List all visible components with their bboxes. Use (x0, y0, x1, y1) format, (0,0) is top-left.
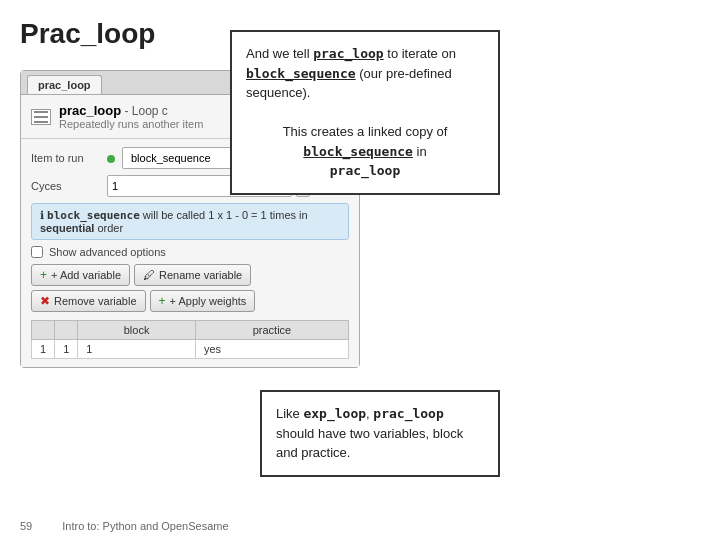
cycles-label: Cyces (31, 180, 101, 192)
green-dot-icon (107, 151, 118, 165)
tooltip1-code1: prac_loop (313, 46, 383, 61)
variables-table: block practice 1 1 1 yes (31, 320, 349, 359)
tooltip-box-1: And we tell prac_loop to iterate on bloc… (230, 30, 500, 195)
cell-practice: yes (195, 340, 348, 359)
footer: 59 Intro to: Python and OpenSesame (20, 520, 229, 532)
col-block: block (78, 321, 196, 340)
tab-prac-loop[interactable]: prac_loop (27, 75, 102, 94)
btn-bar: + + Add variable 🖊 Rename variable ✖ Rem… (31, 264, 349, 312)
row-num2: 1 (55, 340, 78, 359)
info-code: block_sequence (47, 209, 140, 222)
col-practice: practice (195, 321, 348, 340)
remove-icon: ✖ (40, 294, 50, 308)
tooltip1-code4: prac_loop (330, 163, 400, 178)
rename-icon: 🖊 (143, 268, 155, 282)
footer-text: Intro to: Python and OpenSesame (62, 520, 228, 532)
rename-variable-label: Rename variable (159, 269, 242, 281)
tooltip1-line4: This creates a linked copy of (283, 124, 448, 139)
tooltip1-pre: And we tell (246, 46, 313, 61)
panel-header-desc: Repeatedly runs another item (59, 118, 203, 130)
svg-rect-0 (34, 111, 48, 113)
tt2-code2: prac_loop (373, 406, 443, 421)
loop-icon (31, 109, 51, 125)
cell-block: 1 (78, 340, 196, 359)
advanced-checkbox[interactable] (31, 246, 43, 258)
tooltip1-mid: to iterate on (384, 46, 456, 61)
tooltip1-code3: block_sequence (303, 144, 413, 159)
col-rownum1 (32, 321, 55, 340)
advanced-row: Show advanced options (31, 246, 349, 258)
footer-page: 59 (20, 520, 32, 532)
tt2-line3: should have two variables, block and pra… (276, 426, 463, 461)
advanced-label: Show advanced options (49, 246, 166, 258)
info-bar: ℹ block_sequence will be called 1 x 1 - … (31, 203, 349, 240)
info-icon: ℹ (40, 209, 47, 221)
info-bold: sequential (40, 222, 94, 234)
tooltip-box-2: Like exp_loop, prac_loop should have two… (260, 390, 500, 477)
panel-header-title: prac_loop (59, 103, 121, 118)
add-variable-label: + Add variable (51, 269, 121, 281)
panel-header-subtitle: - Loop c (124, 104, 167, 118)
svg-rect-2 (34, 121, 48, 123)
remove-variable-label: Remove variable (54, 295, 137, 307)
add-icon: + (40, 268, 47, 282)
info-mid: will be called 1 x 1 - 0 = 1 times in (143, 209, 308, 221)
info-end: order (97, 222, 123, 234)
rename-variable-button[interactable]: 🖊 Rename variable (134, 264, 251, 286)
tt2-code1: exp_loop (303, 406, 366, 421)
add-variable-button[interactable]: + + Add variable (31, 264, 130, 286)
apply-weights-button[interactable]: + + Apply weights (150, 290, 256, 312)
row-num1: 1 (32, 340, 55, 359)
tooltip1-line5: in (413, 144, 427, 159)
col-rownum2 (55, 321, 78, 340)
apply-weights-label: + Apply weights (170, 295, 247, 307)
tt2-line1: Like (276, 406, 303, 421)
apply-icon: + (159, 294, 166, 308)
item-label: Item to run (31, 152, 101, 164)
table-row: 1 1 1 yes (32, 340, 349, 359)
svg-rect-1 (34, 116, 48, 118)
remove-variable-button[interactable]: ✖ Remove variable (31, 290, 146, 312)
tooltip1-code2: block_sequence (246, 66, 356, 81)
